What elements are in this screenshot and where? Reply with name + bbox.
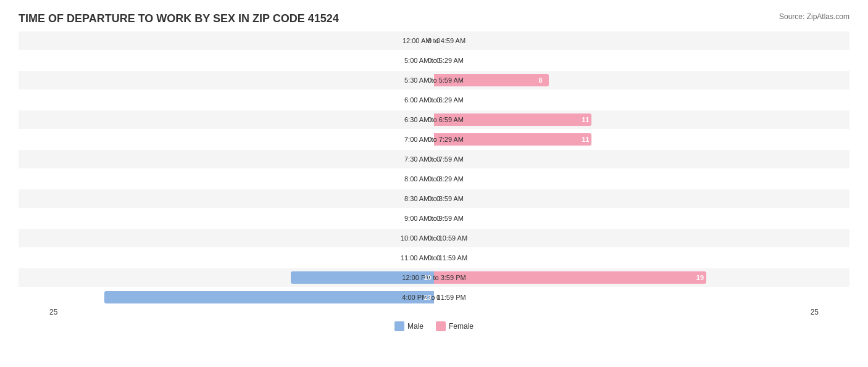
legend-female: Female — [436, 321, 474, 331]
chart-row: 12:00 PM to 3:59 PM 10 19 — [19, 268, 849, 287]
bars-section: 5:30 AM to 5:59 AM 0 8 — [49, 71, 819, 89]
bars-section: 6:00 AM to 6:29 AM 0 0 — [49, 91, 819, 109]
bars-section: 7:00 AM to 7:29 AM 0 11 — [49, 130, 819, 149]
legend-female-color — [436, 321, 446, 331]
female-value-label: 11 — [582, 136, 589, 143]
bars-section: 9:00 AM to 9:59 AM 0 0 — [49, 209, 819, 228]
row-label: 7:00 AM to 7:29 AM — [404, 136, 464, 143]
bars-section: 11:00 AM to 11:59 AM 0 0 — [49, 249, 819, 267]
axis-right: 25 — [811, 308, 819, 316]
row-label: 12:00 PM to 3:59 PM — [402, 274, 465, 281]
male-value-label: 10 — [424, 274, 432, 281]
row-label: 7:30 AM to 7:59 AM — [404, 155, 464, 163]
row-label: 8:00 AM to 8:29 AM — [404, 175, 464, 183]
chart-row: 7:30 AM to 7:59 AM 0 0 — [19, 150, 849, 168]
chart-row: 7:00 AM to 7:29 AM 0 11 — [19, 130, 849, 149]
axis-left: 25 — [49, 308, 57, 316]
chart-row: 10:00 AM to 10:59 AM 0 0 — [19, 229, 849, 247]
chart-area: 12:00 AM to 4:59 AM 0 0 5:00 AM to 5:29 … — [19, 31, 849, 307]
female-value-label: 11 — [582, 116, 589, 123]
row-label: 6:30 AM to 6:59 AM — [404, 116, 464, 123]
row-label: 5:00 AM to 5:29 AM — [404, 57, 464, 64]
chart-title: TIME OF DEPARTURE TO WORK BY SEX IN ZIP … — [19, 12, 849, 25]
chart-row: 12:00 AM to 4:59 AM 0 0 — [19, 31, 849, 50]
chart-row: 6:30 AM to 6:59 AM 0 11 — [19, 110, 849, 129]
chart-row: 8:30 AM to 8:59 AM 0 0 — [19, 189, 849, 208]
chart-row: 8:00 AM to 8:29 AM 0 0 — [19, 170, 849, 188]
legend: Male Female — [19, 321, 849, 331]
chart-row: 4:00 PM to 11:59 PM 23 0 — [19, 288, 849, 307]
row-label: 4:00 PM to 11:59 PM — [402, 294, 465, 301]
bars-section: 8:30 AM to 8:59 AM 0 0 — [49, 189, 819, 208]
bars-section: 12:00 PM to 3:59 PM 10 19 — [49, 268, 819, 287]
row-label: 12:00 AM to 4:59 AM — [403, 37, 465, 44]
bars-section: 4:00 PM to 11:59 PM 23 0 — [49, 288, 819, 307]
bars-section: 8:00 AM to 8:29 AM 0 0 — [49, 170, 819, 188]
source-text: Source: ZipAtlas.com — [779, 12, 849, 21]
bars-section: 7:30 AM to 7:59 AM 0 0 — [49, 150, 819, 168]
chart-row: 9:00 AM to 9:59 AM 0 0 — [19, 209, 849, 228]
chart-row: 6:00 AM to 6:29 AM 0 0 — [19, 91, 849, 109]
female-bar — [434, 271, 706, 284]
legend-male: Male — [394, 321, 424, 331]
chart-row: 11:00 AM to 11:59 AM 0 0 — [19, 249, 849, 267]
legend-female-label: Female — [449, 322, 474, 331]
row-label: 9:00 AM to 9:59 AM — [404, 215, 464, 222]
row-label: 5:30 AM to 5:59 AM — [404, 76, 464, 84]
legend-male-color — [394, 321, 404, 331]
row-label: 11:00 AM to 11:59 AM — [401, 254, 467, 262]
legend-male-label: Male — [407, 322, 424, 331]
axis-labels: 25 25 — [19, 308, 849, 316]
bars-section: 6:30 AM to 6:59 AM 0 11 — [49, 110, 819, 129]
male-bar — [104, 291, 434, 303]
row-label: 8:30 AM to 8:59 AM — [404, 195, 464, 202]
female-value-label: 19 — [696, 274, 704, 281]
bars-section: 10:00 AM to 10:59 AM 0 0 — [49, 229, 819, 247]
row-label: 6:00 AM to 6:29 AM — [404, 96, 464, 104]
male-value-label: 23 — [424, 294, 432, 301]
female-value-label: 8 — [539, 76, 543, 84]
row-label: 10:00 AM to 10:59 AM — [401, 234, 467, 242]
bars-section: 12:00 AM to 4:59 AM 0 0 — [49, 31, 819, 50]
chart-row: 5:30 AM to 5:59 AM 0 8 — [19, 71, 849, 89]
chart-container: TIME OF DEPARTURE TO WORK BY SEX IN ZIP … — [0, 0, 868, 367]
bars-section: 5:00 AM to 5:29 AM 0 0 — [49, 51, 819, 70]
chart-row: 5:00 AM to 5:29 AM 0 0 — [19, 51, 849, 70]
